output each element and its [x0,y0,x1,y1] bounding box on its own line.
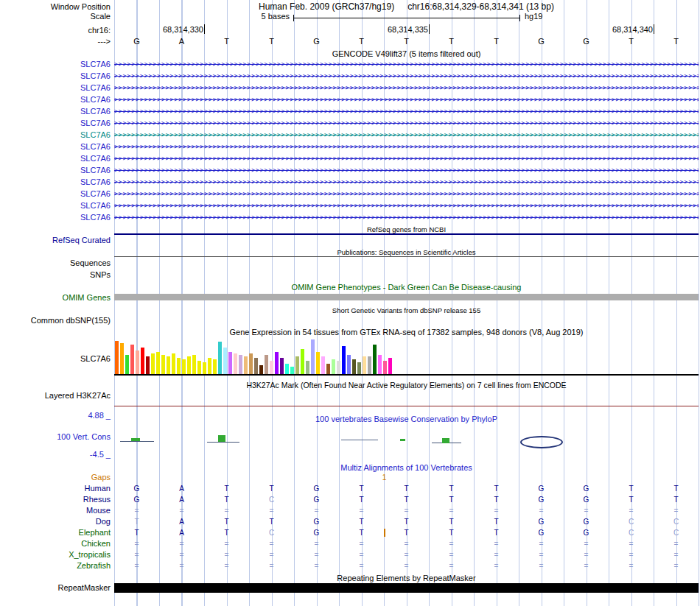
repeatmasker-element-bar[interactable] [114,583,699,593]
publications-track-line[interactable] [114,256,699,257]
gtex-expression-bar[interactable] [249,353,253,374]
omim-gene-bar[interactable] [114,294,699,300]
gene-transcript-line[interactable]: >>>>>>>>>>>>>>>>>>>>>>>>>>>>>>>>>>>>>>>>… [114,142,699,152]
gtex-expression-bar[interactable] [275,352,279,374]
gtex-expression-bar[interactable] [332,359,335,374]
gtex-expression-bar[interactable] [115,341,119,374]
gtex-expression-bar[interactable] [120,343,124,374]
gtex-expression-bar[interactable] [208,358,211,374]
gtex-expression-bar[interactable] [373,345,377,374]
gene-row-label[interactable]: SLC7A6 [0,71,111,81]
gtex-expression-bar[interactable] [161,355,165,374]
gene-row-label[interactable]: SLC7A6 [0,83,111,93]
gtex-expression-bar[interactable] [306,361,309,374]
gene-row-label[interactable]: SLC7A6 [0,107,111,116]
gtex-expression-bar[interactable] [223,348,227,374]
gtex-expression-bar[interactable] [177,358,181,374]
gtex-expression-bar[interactable] [347,355,351,374]
gene-transcript-line[interactable]: >>>>>>>>>>>>>>>>>>>>>>>>>>>>>>>>>>>>>>>>… [114,130,699,140]
gtex-expression-bar[interactable] [125,355,129,374]
gtex-expression-bar[interactable] [197,361,201,374]
left-label-cons[interactable]: 100 Vert. Cons [0,432,111,442]
gene-transcript-line[interactable]: >>>>>>>>>>>>>>>>>>>>>>>>>>>>>>>>>>>>>>>>… [114,166,699,175]
species-label[interactable]: Chicken [0,539,111,549]
gtex-expression-bar[interactable] [316,352,320,374]
gtex-expression-bar[interactable] [290,367,294,374]
gtex-track-title[interactable]: Gene Expression in 54 tissues from GTEx … [114,328,699,337]
dbsnp-track-title[interactable]: Short Genetic Variants from dbSNP releas… [114,306,699,315]
gtex-expression-bar[interactable] [182,359,186,374]
gtex-expression-bar[interactable] [234,353,237,374]
gtex-expression-bar[interactable] [383,361,387,374]
left-label-snps[interactable]: SNPs [0,270,111,280]
gene-row-label[interactable]: SLC7A6 [0,189,111,199]
species-label[interactable]: X_tropicalis [0,550,111,560]
gtex-expression-bar[interactable] [151,353,155,374]
h3k27ac-track-title[interactable]: H3K27Ac Mark (Often Found Near Active Re… [114,381,699,390]
gene-transcript-line[interactable]: >>>>>>>>>>>>>>>>>>>>>>>>>>>>>>>>>>>>>>>>… [114,154,699,163]
gene-row-label[interactable]: SLC7A6 [0,60,111,69]
gene-row-label[interactable]: SLC7A6 [0,213,111,222]
gene-row-label[interactable]: SLC7A6 [0,154,111,163]
multiz-track-title[interactable]: Multiz Alignments of 100 Vertebrates [114,463,699,473]
left-label-dbsnp[interactable]: Common dbSNP(155) [0,316,111,325]
gene-row-label[interactable]: SLC7A6 [0,142,111,152]
gene-transcript-line[interactable]: >>>>>>>>>>>>>>>>>>>>>>>>>>>>>>>>>>>>>>>>… [114,95,699,105]
gtex-expression-bar[interactable] [172,353,175,374]
gene-transcript-line[interactable]: >>>>>>>>>>>>>>>>>>>>>>>>>>>>>>>>>>>>>>>>… [114,83,699,93]
species-label[interactable]: Dog [0,517,111,526]
left-label-h3k27ac[interactable]: Layered H3K27Ac [0,391,111,401]
left-label-repeatmasker[interactable]: RepeatMasker [0,583,111,593]
phylop-track-title[interactable]: 100 vertebrates Basewise Conservation by… [114,415,699,424]
left-label-sequences[interactable]: Sequences [0,258,111,268]
gtex-expression-bar[interactable] [311,339,315,374]
gtex-expression-bar[interactable] [265,355,268,374]
gtex-expression-bar[interactable] [156,352,160,374]
gene-transcript-line[interactable]: >>>>>>>>>>>>>>>>>>>>>>>>>>>>>>>>>>>>>>>>… [114,60,699,69]
gene-transcript-line[interactable]: >>>>>>>>>>>>>>>>>>>>>>>>>>>>>>>>>>>>>>>>… [114,189,699,199]
gtex-expression-bar[interactable] [363,356,366,374]
gtex-expression-bar[interactable] [280,358,284,374]
species-label[interactable]: Mouse [0,506,111,515]
left-label-omim[interactable]: OMIM Genes [0,293,111,303]
omim-track-title[interactable]: OMIM Gene Phenotypes - Dark Green Can Be… [114,283,699,292]
gtex-expression-bar[interactable] [301,349,304,374]
gtex-expression-bar[interactable] [342,346,346,374]
gtex-expression-bar[interactable] [388,358,392,374]
gtex-expression-bar[interactable] [357,362,361,374]
gtex-expression-bar[interactable] [141,348,144,374]
gtex-expression-bar[interactable] [378,355,382,374]
species-label[interactable]: Elephant [0,528,111,538]
gtex-expression-bar[interactable] [146,356,150,374]
species-label[interactable]: Rhesus [0,495,111,504]
gtex-expression-bar[interactable] [218,342,222,374]
gtex-expression-bar[interactable] [254,358,258,374]
gene-row-label[interactable]: SLC7A6 [0,119,111,128]
gtex-expression-bar[interactable] [136,350,139,374]
gene-row-label[interactable]: SLC7A6 [0,177,111,187]
refseq-track-line[interactable] [114,233,699,235]
gene-transcript-line[interactable]: >>>>>>>>>>>>>>>>>>>>>>>>>>>>>>>>>>>>>>>>… [114,107,699,116]
gene-transcript-line[interactable]: >>>>>>>>>>>>>>>>>>>>>>>>>>>>>>>>>>>>>>>>… [114,213,699,222]
left-label-gtex-gene[interactable]: SLC7A6 [0,354,111,364]
species-label[interactable]: Zebrafish [0,561,111,571]
gene-row-label[interactable]: SLC7A6 [0,166,111,175]
left-label-refseq[interactable]: RefSeq Curated [0,236,111,245]
gene-row-label[interactable]: SLC7A6 [0,130,111,140]
gtex-expression-bar[interactable] [130,345,134,374]
gtex-expression-bar[interactable] [295,356,299,374]
gene-row-label[interactable]: SLC7A6 [0,95,111,105]
gene-row-label[interactable]: SLC7A6 [0,201,111,211]
gtex-expression-bar[interactable] [203,362,206,374]
gtex-expression-bar[interactable] [213,359,217,374]
gene-transcript-line[interactable]: >>>>>>>>>>>>>>>>>>>>>>>>>>>>>>>>>>>>>>>>… [114,201,699,211]
gtex-expression-bar[interactable] [192,355,196,374]
gencode-track-title[interactable]: GENCODE V49lift37 (5 items filtered out) [114,49,699,59]
gtex-expression-bar[interactable] [239,355,242,374]
species-label[interactable]: Human [0,484,111,493]
gtex-expression-bar[interactable] [326,364,330,374]
gtex-expression-bar[interactable] [167,356,170,374]
gtex-expression-bar[interactable] [285,364,289,374]
gtex-expression-bar[interactable] [244,356,248,374]
gtex-expression-bar[interactable] [321,356,325,374]
